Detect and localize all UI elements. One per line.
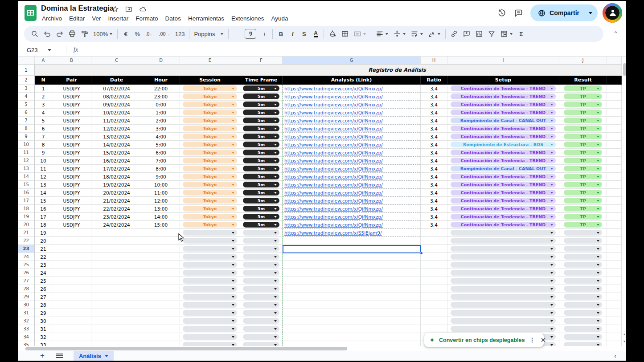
trend-chip[interactable]: Continuación de Tendencia - TREND [451, 206, 556, 212]
all-sheets-icon[interactable] [56, 354, 63, 358]
cell-F10[interactable]: 5m [240, 141, 283, 149]
font-select[interactable]: Poppins [192, 28, 226, 40]
trend-chip[interactable]: Continuación de Tendencia - TREND [451, 222, 556, 228]
cell-G4[interactable]: https://www.tradingview.com/x/QifNmxzp/ [283, 93, 421, 101]
text-rotation-icon[interactable]: A [426, 28, 443, 40]
empty-chip[interactable] [183, 278, 237, 284]
tf-chip[interactable]: 5m [243, 142, 279, 147]
cell-F26[interactable] [240, 269, 283, 277]
cell-F19[interactable]: 5m [240, 213, 283, 221]
cell-K11[interactable] [607, 149, 622, 157]
cell-A10[interactable]: 8 [35, 141, 52, 149]
increase-decimals-button[interactable]: .00→ [156, 28, 172, 40]
cell-A35[interactable]: 33 [35, 341, 52, 346]
cell-C22[interactable] [91, 237, 142, 245]
cell-C17[interactable]: 21/02/2024 [91, 197, 142, 205]
row-header-4[interactable]: 4 [18, 93, 35, 101]
cell-D24[interactable] [142, 253, 180, 261]
trend-chip[interactable]: Continuación de Tendencia - TREND [451, 182, 556, 187]
table-header-time-frame[interactable]: Time Frame [240, 76, 283, 85]
cell-D17[interactable]: 12:00 [142, 197, 180, 205]
cell-B16[interactable]: USDJPY [52, 189, 91, 197]
analysis-link[interactable]: https://www.tradingview.com/x/QifNmxzp/ [284, 102, 383, 107]
cell-I19[interactable]: Continuación de Tendencia - TREND [447, 213, 559, 221]
empty-chip[interactable] [243, 342, 279, 346]
horizontal-scrollbar-thumb[interactable] [25, 347, 347, 350]
cell-K6[interactable] [607, 109, 622, 117]
cell-C15[interactable]: 19/02/2024 [91, 181, 142, 189]
cell-J17[interactable]: TP [559, 197, 607, 205]
tf-chip[interactable]: 5m [243, 206, 279, 212]
empty-chip[interactable] [564, 302, 602, 308]
analysis-link[interactable]: https://www.tradingview.com/x/QifNmxzp/ [284, 142, 383, 147]
cell-B22[interactable] [52, 237, 91, 245]
cell-F9[interactable]: 5m [240, 133, 283, 141]
cell-B23[interactable] [52, 245, 91, 253]
cell-B14[interactable]: USDJPY [52, 173, 91, 181]
empty-chip[interactable] [183, 230, 237, 236]
cell-B21[interactable] [52, 229, 91, 237]
cell-G12[interactable]: https://www.tradingview.com/x/QifNmxzp/ [283, 157, 421, 165]
cell-H33[interactable] [421, 325, 447, 333]
cell-G16[interactable]: https://www.tradingview.com/x/QifNmxzp/ [283, 189, 421, 197]
menu-editar[interactable]: Editar [66, 14, 88, 23]
empty-chip[interactable] [564, 238, 602, 244]
cell-H31[interactable] [421, 309, 447, 317]
cell-B29[interactable] [52, 293, 91, 301]
cell-D26[interactable] [142, 269, 180, 277]
sheets-logo-icon[interactable] [25, 5, 37, 21]
cell-H17[interactable]: 3,4 [421, 197, 447, 205]
cell-E31[interactable] [180, 309, 240, 317]
cell-B35[interactable] [52, 341, 91, 346]
move-folder-icon[interactable] [125, 5, 133, 13]
cell-I14[interactable]: Continuación de Tendencia - TREND [447, 173, 559, 181]
empty-chip[interactable] [451, 302, 556, 308]
cell-E8[interactable]: Tokyo [180, 125, 240, 133]
cell-J19[interactable]: TP [559, 213, 607, 221]
tf-chip[interactable]: 5m [243, 94, 279, 99]
cell-E15[interactable]: Tokyo [180, 181, 240, 189]
cell-G26[interactable] [283, 269, 421, 277]
analysis-link[interactable]: https://www.tradingview.com/x/QifNmxzp/ [284, 150, 383, 155]
cell-K15[interactable] [607, 181, 622, 189]
cell-I25[interactable] [447, 261, 559, 269]
create-filter-icon[interactable] [485, 28, 498, 40]
cell-A33[interactable]: 31 [35, 325, 52, 333]
cell-K16[interactable] [607, 189, 622, 197]
trend-chip[interactable]: Continuación de Tendencia - TREND [451, 190, 556, 195]
session-chip[interactable]: Tokyo [183, 158, 237, 163]
cell-H28[interactable] [421, 285, 447, 293]
cell-B18[interactable]: USDJPY [52, 205, 91, 213]
tf-chip[interactable]: 5m [243, 182, 279, 187]
cell-H20[interactable]: 3,4 [421, 221, 447, 229]
cell-G21[interactable]: https://www.tradingview.com/x/S5jEjam9/ [283, 229, 421, 237]
cell-K25[interactable] [607, 261, 622, 269]
tp-chip[interactable]: TP [564, 182, 602, 187]
cell-I6[interactable]: Continuación de Tendencia - TREND [447, 109, 559, 117]
cell-F31[interactable] [240, 309, 283, 317]
row-header-11[interactable]: 11 [18, 149, 35, 157]
cell-G11[interactable]: https://www.tradingview.com/x/QifNmxzp/ [283, 149, 421, 157]
tp-chip[interactable]: TP [564, 222, 602, 228]
cell-G30[interactable] [283, 301, 421, 309]
cell-C20[interactable]: 24/02/2024 [91, 221, 142, 229]
row-header-5[interactable]: 5 [18, 101, 35, 109]
cell-G33[interactable] [283, 325, 421, 333]
cell-A3[interactable]: 1 [35, 85, 52, 93]
table-header-result[interactable]: Result [559, 76, 607, 85]
trend-chip[interactable]: Continuación de Tendencia - TREND [451, 110, 556, 115]
cell-E28[interactable] [180, 285, 240, 293]
cell-F17[interactable]: 5m [240, 197, 283, 205]
cell-I28[interactable] [447, 285, 559, 293]
cell-D25[interactable] [142, 261, 180, 269]
cell-H21[interactable] [421, 229, 447, 237]
increase-font-size-button[interactable]: + [258, 28, 270, 40]
cell-E27[interactable] [180, 277, 240, 285]
cell-I20[interactable]: Continuación de Tendencia - TREND [447, 221, 559, 229]
cell-J28[interactable] [559, 285, 607, 293]
cell-B19[interactable]: USDJPY [52, 213, 91, 221]
session-chip[interactable]: Tokyo [183, 174, 237, 179]
cell-F3[interactable]: 5m [240, 85, 283, 93]
cell-G27[interactable] [283, 277, 421, 285]
cell-I18[interactable]: Continuación de Tendencia - TREND [447, 205, 559, 213]
